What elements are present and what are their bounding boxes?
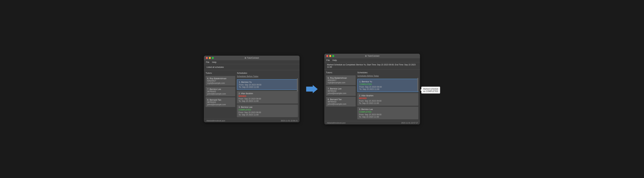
- arrow-right-icon: [306, 85, 318, 93]
- schedule-status-completed-after-2: COMPLETED: [359, 111, 417, 113]
- tooltip-line1: Marked schedule: [423, 88, 438, 90]
- schedule-to-before-0: To: Sep 15 2023 11:00: [239, 86, 296, 88]
- tutor-name-before-1: 7. Bernice Lee: [207, 88, 234, 90]
- close-button-after[interactable]: [326, 55, 328, 57]
- window-icon-before: ⊞: [245, 57, 246, 59]
- traffic-lights-before: [206, 57, 214, 59]
- schedule-item-after-0[interactable]: 1. Bernice Yu COMPLETED From: Sep 15 202…: [357, 79, 418, 92]
- tutors-panel-after: Tutors: 6. Roy Balakrishnan 92624417 roy…: [326, 71, 356, 119]
- tutor-phone-after-1: 98765432: [328, 90, 354, 92]
- schedule-status-missed-before-1: MISSED: [238, 95, 296, 97]
- status-time-after: 2023-11-01 22:57:27: [401, 122, 418, 124]
- tutor-email-after-2: johnd@example.com: [328, 103, 354, 105]
- tutor-email-before-2: johnd@example.com: [207, 103, 234, 106]
- schedule-item-before-1[interactable]: 2. Irfan Ibrahim MISSED From: Sep 15 202…: [237, 91, 298, 104]
- tutor-item-after-0[interactable]: 6. Roy Balakrishnan 92624417 royb@exampl…: [326, 75, 356, 85]
- tutor-phone-after-2: 98765432: [328, 101, 354, 103]
- tutors-panel-before: Tutors: 6. Roy Balakrishnan 92624417 roy…: [206, 72, 235, 117]
- tutor-item-before-1[interactable]: 7. Bernice Lee 98765432 johnd@example.co…: [206, 87, 235, 96]
- scrollbar-after[interactable]: [417, 78, 418, 91]
- schedule-to-after-2: To: Sep 15 2023 11:00: [359, 116, 417, 118]
- schedule-name-before-1: 2. Irfan Ibrahim: [238, 92, 296, 95]
- scrollbar-before[interactable]: [297, 78, 298, 92]
- schedule-item-before-2[interactable]: 3. Bernice Lee COMPLETED From: Sep 15 20…: [237, 105, 298, 117]
- schedule-name-before-2: 3. Bernice Lee: [238, 106, 296, 108]
- status-bar-bottom-before: ./data/addressbook.json 2023-11-01 22:56…: [204, 119, 300, 122]
- schedule-name-before-0: 1. Bernice Yu: [239, 81, 296, 83]
- schedule-item-before-0[interactable]: 1. Bernice Yu From: Sep 15 2023 09:00 To…: [237, 79, 298, 90]
- tutors-label-before: Tutors:: [206, 72, 235, 74]
- title-bar-after: ⊞ TutorConnect: [324, 54, 420, 58]
- schedule-status-missed-after-1: MISSED: [359, 97, 417, 99]
- schedule-to-before-1: To: Sep 15 2023 11:00: [238, 100, 296, 102]
- maximize-button-after[interactable]: [332, 55, 334, 57]
- schedules-label-before: Schedules:: [237, 72, 298, 74]
- schedule-status-completed-before-2: COMPLETED: [238, 109, 296, 111]
- schedule-from-after-2: From: Sep 15 2023 09:00: [359, 113, 417, 116]
- tutor-name-before-0: 6. Roy Balakrishnan: [207, 77, 234, 80]
- menu-help-before[interactable]: Help: [212, 61, 216, 63]
- tutor-name-after-0: 6. Roy Balakrishnan: [328, 77, 354, 79]
- tutor-email-before-1: johnd@example.com: [207, 93, 234, 95]
- status-top-after: Marked Schedule as Completed: Bernice Yu…: [324, 62, 420, 70]
- status-time-before: 2023-11-01 22:56:21: [281, 120, 298, 122]
- menu-file-before[interactable]: File: [206, 61, 209, 63]
- schedule-from-after-1: From: Sep 15 2023 09:00: [359, 100, 417, 102]
- tutor-item-before-0[interactable]: 6. Roy Balakrishnan 92624417 royb@exampl…: [206, 76, 235, 86]
- tutor-phone-before-2: 98765432: [207, 101, 234, 103]
- tutor-item-after-1[interactable]: 7. Bernice Lee 98765432 johnd@example.co…: [326, 86, 356, 96]
- tutor-phone-after-0: 92624417: [328, 79, 354, 81]
- tutor-item-after-2[interactable]: 8. Bernard Tan 98765432 johnd@example.co…: [326, 97, 356, 107]
- schedules-label-after: Schedules:: [357, 71, 418, 74]
- schedule-to-after-1: To: Sep 15 2023 11:00: [359, 102, 417, 104]
- tutor-email-after-0: royb@example.com: [328, 81, 354, 84]
- tutor-email-after-1: johnd@example.com: [328, 92, 354, 95]
- window-title-after: ⊞ TutorConnect: [365, 55, 380, 57]
- menu-bar-before: File Help: [204, 60, 300, 64]
- schedule-name-after-2: 3. Bernice Lee: [359, 108, 417, 111]
- main-content-before: Tutors: 6. Roy Balakrishnan 92624417 roy…: [204, 70, 300, 119]
- menu-file-after[interactable]: File: [326, 59, 330, 61]
- status-path-before: ./data/addressbook.json: [206, 120, 225, 122]
- menu-bar-after: File Help: [324, 58, 420, 62]
- tutor-item-before-2[interactable]: 8. Bernard Tan 98765432 johnd@example.co…: [206, 97, 235, 107]
- tutor-name-after-2: 8. Bernard Tan: [328, 98, 354, 101]
- traffic-lights-after: [326, 55, 334, 57]
- tutor-email-before-0: royb@example.com: [207, 82, 234, 84]
- schedule-status-completed-after-0: COMPLETED: [359, 83, 416, 85]
- screenshots-wrapper: ⊞ TutorConnect File Help Listed all sche…: [200, 50, 443, 128]
- tutor-name-before-2: 8. Bernard Tan: [207, 99, 234, 101]
- schedule-from-before-1: From: Sep 15 2023 09:00: [238, 98, 296, 100]
- window-after: ⊞ TutorConnect File Help Marked Schedule…: [324, 54, 420, 125]
- schedules-sublabel-after: Schedules Before Today: [357, 75, 418, 77]
- svg-marker-0: [306, 85, 318, 93]
- status-path-after: ./data/addressbook.json: [326, 122, 346, 124]
- schedule-to-before-2: To: Sep 15 2023 11:00: [238, 114, 296, 116]
- main-content-after: Tutors: 6. Roy Balakrishnan 92624417 roy…: [324, 70, 420, 121]
- schedule-from-before-2: From: Sep 15 2023 09:00: [238, 111, 296, 114]
- tutor-phone-before-1: 98765432: [207, 90, 234, 93]
- schedule-item-after-1[interactable]: 2. Irfan Ibrahim MISSED From: Sep 15 202…: [357, 93, 418, 106]
- minimize-button-before[interactable]: [209, 57, 211, 59]
- tutor-name-after-1: 7. Bernice Lee: [328, 87, 354, 90]
- tutors-label-after: Tutors:: [326, 71, 356, 74]
- schedules-panel-before: Schedules: Schedules Before Today 1. Ber…: [237, 72, 298, 117]
- arrow-container: [306, 85, 318, 93]
- schedule-to-after-0: To: Sep 15 2023 11:00: [359, 88, 416, 90]
- schedule-list-after: 1. Bernice Yu COMPLETED From: Sep 15 202…: [357, 79, 418, 119]
- status-bar-bottom-after: ./data/addressbook.json 2023-11-01 22:57…: [324, 121, 420, 125]
- tooltip-bubble: Marked schedule as COMPLETED: [421, 87, 440, 94]
- schedule-list-before: 1. Bernice Yu From: Sep 15 2023 09:00 To…: [237, 79, 298, 117]
- status-top-before: Listed all schedules: [204, 64, 300, 70]
- maximize-button-before[interactable]: [212, 57, 214, 59]
- schedules-panel-after: Schedules: Schedules Before Today 1. Ber…: [357, 71, 418, 119]
- menu-help-after[interactable]: Help: [332, 59, 337, 61]
- minimize-button-after[interactable]: [329, 55, 331, 57]
- window-before: ⊞ TutorConnect File Help Listed all sche…: [204, 56, 300, 122]
- schedule-name-after-1: 2. Irfan Ibrahim: [359, 94, 417, 97]
- tooltip-line2: as COMPLETED: [423, 90, 438, 92]
- window-title-before: ⊞ TutorConnect: [245, 57, 259, 59]
- close-button-before[interactable]: [206, 57, 208, 59]
- title-bar-before: ⊞ TutorConnect: [204, 56, 300, 60]
- schedule-item-after-2[interactable]: 3. Bernice Lee COMPLETED From: Sep 15 20…: [357, 107, 418, 119]
